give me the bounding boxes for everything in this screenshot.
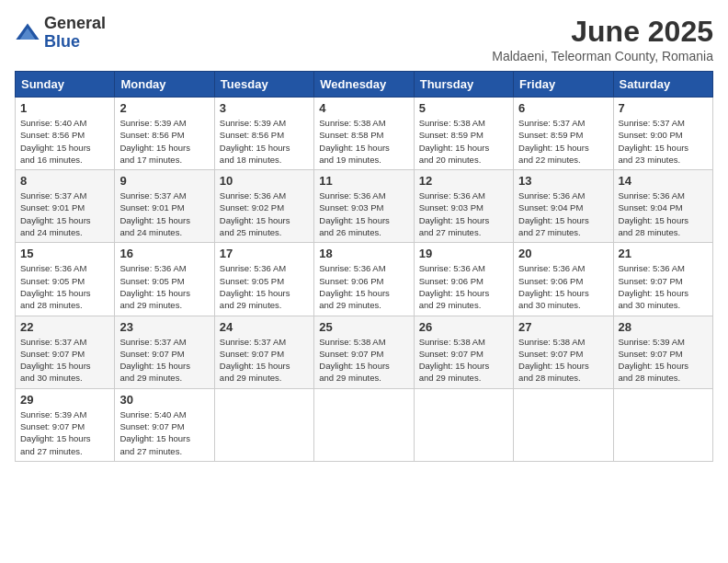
cell-info: Sunrise: 5:36 AM Sunset: 9:02 PM Dayligh… (220, 190, 309, 238)
logo-blue: Blue (44, 33, 106, 52)
cell-info: Sunrise: 5:36 AM Sunset: 9:06 PM Dayligh… (518, 262, 608, 311)
day-number: 23 (119, 320, 209, 334)
cell-info: Sunrise: 5:38 AM Sunset: 9:07 PM Dayligh… (319, 336, 408, 385)
day-number: 17 (220, 247, 309, 260)
table-row (314, 388, 414, 461)
col-monday: Monday (115, 72, 214, 98)
table-row: 18 Sunrise: 5:36 AM Sunset: 9:06 PM Dayl… (314, 243, 414, 316)
day-number: 25 (319, 320, 408, 334)
day-number: 30 (119, 393, 209, 407)
table-row: 2 Sunrise: 5:39 AM Sunset: 8:56 PM Dayli… (115, 98, 214, 170)
cell-info: Sunrise: 5:37 AM Sunset: 9:01 PM Dayligh… (119, 190, 209, 238)
table-row: 7 Sunrise: 5:37 AM Sunset: 9:00 PM Dayli… (613, 98, 712, 170)
logo-icon (15, 20, 40, 46)
cell-info: Sunrise: 5:37 AM Sunset: 9:07 PM Dayligh… (20, 336, 109, 385)
table-row: 28 Sunrise: 5:39 AM Sunset: 9:07 PM Dayl… (613, 316, 712, 388)
table-row: 13 Sunrise: 5:36 AM Sunset: 9:04 PM Dayl… (514, 170, 613, 243)
table-row: 26 Sunrise: 5:38 AM Sunset: 9:07 PM Dayl… (414, 316, 513, 388)
table-row: 24 Sunrise: 5:37 AM Sunset: 9:07 PM Dayl… (214, 316, 313, 388)
day-number: 12 (419, 174, 508, 188)
day-number: 28 (619, 320, 708, 334)
table-row: 9 Sunrise: 5:37 AM Sunset: 9:01 PM Dayli… (115, 170, 214, 243)
table-row: 14 Sunrise: 5:36 AM Sunset: 9:04 PM Dayl… (613, 170, 712, 243)
cell-info: Sunrise: 5:36 AM Sunset: 9:07 PM Dayligh… (619, 262, 708, 311)
day-number: 20 (518, 247, 608, 260)
col-wednesday: Wednesday (314, 72, 414, 98)
table-row: 3 Sunrise: 5:39 AM Sunset: 8:56 PM Dayli… (214, 98, 313, 170)
cell-info: Sunrise: 5:40 AM Sunset: 9:07 PM Dayligh… (119, 408, 209, 457)
table-row: 12 Sunrise: 5:36 AM Sunset: 9:03 PM Dayl… (414, 170, 513, 243)
cell-info: Sunrise: 5:39 AM Sunset: 8:56 PM Dayligh… (220, 117, 309, 166)
logo-text: General Blue (44, 15, 106, 52)
table-row: 20 Sunrise: 5:36 AM Sunset: 9:06 PM Dayl… (514, 243, 613, 316)
day-number: 22 (20, 320, 109, 334)
day-number: 15 (20, 247, 109, 260)
cell-info: Sunrise: 5:39 AM Sunset: 9:07 PM Dayligh… (20, 408, 109, 457)
cell-info: Sunrise: 5:37 AM Sunset: 9:07 PM Dayligh… (119, 336, 209, 385)
cell-info: Sunrise: 5:36 AM Sunset: 9:04 PM Dayligh… (518, 190, 608, 238)
day-number: 26 (419, 320, 508, 334)
cell-info: Sunrise: 5:36 AM Sunset: 9:05 PM Dayligh… (220, 262, 309, 311)
day-number: 1 (20, 101, 109, 115)
cell-info: Sunrise: 5:36 AM Sunset: 9:03 PM Dayligh… (419, 190, 508, 238)
calendar: Sunday Monday Tuesday Wednesday Thursday… (15, 71, 713, 462)
day-number: 29 (20, 393, 109, 407)
table-row (613, 388, 712, 461)
cell-info: Sunrise: 5:38 AM Sunset: 8:58 PM Dayligh… (319, 117, 408, 166)
table-row (514, 388, 613, 461)
cell-info: Sunrise: 5:39 AM Sunset: 8:56 PM Dayligh… (119, 117, 209, 166)
day-number: 18 (319, 247, 408, 260)
logo-general: General (44, 15, 106, 33)
table-row: 15 Sunrise: 5:36 AM Sunset: 9:05 PM Dayl… (16, 243, 115, 316)
cell-info: Sunrise: 5:36 AM Sunset: 9:06 PM Dayligh… (419, 262, 508, 311)
table-row (414, 388, 513, 461)
table-row: 11 Sunrise: 5:36 AM Sunset: 9:03 PM Dayl… (314, 170, 414, 243)
day-number: 6 (518, 101, 608, 115)
location-title: Maldaeni, Teleorman County, Romania (492, 49, 713, 63)
table-row: 30 Sunrise: 5:40 AM Sunset: 9:07 PM Dayl… (115, 388, 214, 461)
cell-info: Sunrise: 5:38 AM Sunset: 8:59 PM Dayligh… (419, 117, 508, 166)
day-number: 13 (518, 174, 608, 188)
day-number: 7 (619, 101, 708, 115)
table-row: 22 Sunrise: 5:37 AM Sunset: 9:07 PM Dayl… (16, 316, 115, 388)
day-number: 11 (319, 174, 408, 188)
day-number: 8 (20, 174, 109, 188)
table-row: 29 Sunrise: 5:39 AM Sunset: 9:07 PM Dayl… (16, 388, 115, 461)
day-number: 2 (119, 101, 209, 115)
day-number: 4 (319, 101, 408, 115)
day-number: 9 (119, 174, 209, 188)
table-row: 1 Sunrise: 5:40 AM Sunset: 8:56 PM Dayli… (16, 98, 115, 170)
col-friday: Friday (514, 72, 613, 98)
day-number: 14 (619, 174, 708, 188)
day-number: 3 (220, 101, 309, 115)
cell-info: Sunrise: 5:36 AM Sunset: 9:06 PM Dayligh… (319, 262, 408, 311)
table-row: 19 Sunrise: 5:36 AM Sunset: 9:06 PM Dayl… (414, 243, 513, 316)
table-row: 16 Sunrise: 5:36 AM Sunset: 9:05 PM Dayl… (115, 243, 214, 316)
day-number: 27 (518, 320, 608, 334)
cell-info: Sunrise: 5:37 AM Sunset: 9:07 PM Dayligh… (220, 336, 309, 385)
cell-info: Sunrise: 5:37 AM Sunset: 9:00 PM Dayligh… (619, 117, 708, 166)
col-saturday: Saturday (613, 72, 712, 98)
table-row: 21 Sunrise: 5:36 AM Sunset: 9:07 PM Dayl… (613, 243, 712, 316)
cell-info: Sunrise: 5:36 AM Sunset: 9:03 PM Dayligh… (319, 190, 408, 238)
day-number: 24 (220, 320, 309, 334)
table-row: 8 Sunrise: 5:37 AM Sunset: 9:01 PM Dayli… (16, 170, 115, 243)
col-tuesday: Tuesday (214, 72, 313, 98)
cell-info: Sunrise: 5:39 AM Sunset: 9:07 PM Dayligh… (619, 336, 708, 385)
title-area: June 2025 Maldaeni, Teleorman County, Ro… (492, 15, 713, 63)
table-row: 25 Sunrise: 5:38 AM Sunset: 9:07 PM Dayl… (314, 316, 414, 388)
day-number: 19 (419, 247, 508, 260)
day-number: 10 (220, 174, 309, 188)
cell-info: Sunrise: 5:38 AM Sunset: 9:07 PM Dayligh… (518, 336, 608, 385)
cell-info: Sunrise: 5:37 AM Sunset: 8:59 PM Dayligh… (518, 117, 608, 166)
weekday-header-row: Sunday Monday Tuesday Wednesday Thursday… (16, 72, 713, 98)
header: General Blue June 2025 Maldaeni, Teleorm… (15, 15, 713, 63)
table-row: 6 Sunrise: 5:37 AM Sunset: 8:59 PM Dayli… (514, 98, 613, 170)
day-number: 5 (419, 101, 508, 115)
day-number: 21 (619, 247, 708, 260)
cell-info: Sunrise: 5:38 AM Sunset: 9:07 PM Dayligh… (419, 336, 508, 385)
col-sunday: Sunday (16, 72, 115, 98)
table-row: 5 Sunrise: 5:38 AM Sunset: 8:59 PM Dayli… (414, 98, 513, 170)
table-row: 27 Sunrise: 5:38 AM Sunset: 9:07 PM Dayl… (514, 316, 613, 388)
cell-info: Sunrise: 5:37 AM Sunset: 9:01 PM Dayligh… (20, 190, 109, 238)
